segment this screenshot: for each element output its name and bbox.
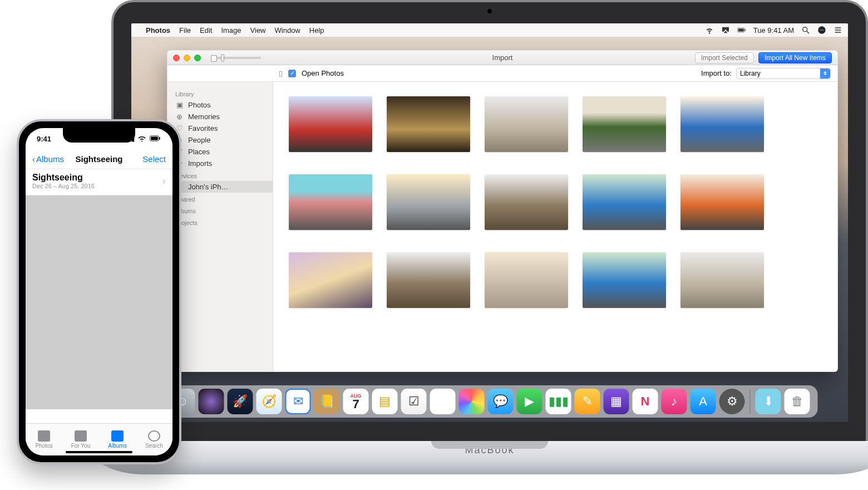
sidebar-header-albums: Albums bbox=[167, 204, 273, 216]
open-photos-checkbox[interactable]: ✓ bbox=[288, 70, 296, 77]
dock-app-appstore[interactable]: А bbox=[691, 389, 716, 414]
dock-app-notes[interactable]: ▤ bbox=[372, 389, 398, 414]
photo-thumb[interactable] bbox=[99, 267, 136, 302]
dock-app-numbers[interactable]: ▮▮▮ bbox=[546, 389, 571, 414]
import-thumbnail[interactable] bbox=[583, 96, 666, 152]
menu-window[interactable]: Window bbox=[275, 26, 300, 35]
menu-file[interactable]: File bbox=[179, 26, 191, 35]
photo-thumb[interactable] bbox=[136, 267, 172, 302]
photo-thumb[interactable] bbox=[26, 374, 62, 409]
airplay-icon[interactable] bbox=[721, 26, 730, 35]
photo-thumb[interactable] bbox=[62, 302, 99, 338]
import-thumbnail[interactable] bbox=[387, 96, 470, 152]
album-header-row[interactable]: Sightseeing Dec 26 – Aug 25, 2016 › bbox=[26, 169, 172, 195]
dock-app-launchpad[interactable]: 🚀 bbox=[228, 389, 253, 414]
import-thumbnail[interactable] bbox=[289, 96, 372, 152]
dock-app-siri[interactable] bbox=[199, 389, 224, 414]
photo-thumb[interactable] bbox=[99, 195, 136, 231]
sidebar-item-label: People bbox=[188, 136, 210, 144]
dock-app-reminders[interactable]: ☑ bbox=[401, 389, 427, 414]
photo-thumb[interactable] bbox=[62, 231, 99, 267]
photo-thumb[interactable] bbox=[62, 338, 99, 374]
import-thumbnail[interactable] bbox=[387, 174, 470, 230]
dock-downloads[interactable]: ⬇ bbox=[756, 389, 781, 414]
dock-app-system-preferences[interactable]: ⚙ bbox=[719, 389, 745, 414]
photo-thumb[interactable] bbox=[136, 231, 172, 267]
import-thumbnail[interactable] bbox=[680, 96, 764, 152]
import-thumbnail[interactable] bbox=[485, 96, 568, 152]
menu-view[interactable]: View bbox=[250, 26, 266, 35]
foryou-tab-icon bbox=[75, 430, 87, 442]
window-close-button[interactable] bbox=[173, 55, 180, 61]
import-thumbnail[interactable] bbox=[289, 252, 372, 308]
tab-search[interactable]: Search bbox=[136, 424, 172, 455]
menu-image[interactable]: Image bbox=[221, 26, 241, 35]
sidebar-item-places[interactable]: 📍Places bbox=[167, 146, 273, 158]
iphone-home-indicator[interactable] bbox=[66, 451, 132, 453]
photo-thumb[interactable] bbox=[62, 374, 99, 409]
sidebar-item-imports[interactable]: ⟳Imports bbox=[167, 158, 273, 169]
mac-bezel: Photos File Edit Image View Window Help … bbox=[111, 0, 868, 445]
notification-center-icon[interactable] bbox=[834, 26, 842, 35]
siri-icon[interactable] bbox=[817, 26, 826, 35]
photo-thumb[interactable] bbox=[26, 267, 62, 302]
battery-icon[interactable] bbox=[737, 26, 746, 35]
window-zoom-button[interactable] bbox=[194, 55, 201, 61]
menu-edit[interactable]: Edit bbox=[200, 26, 212, 35]
import-all-button[interactable]: Import All New Items bbox=[758, 52, 832, 63]
dock-app-calendar[interactable]: AUG7 bbox=[343, 389, 369, 414]
spotlight-icon[interactable] bbox=[801, 26, 810, 35]
photo-thumb[interactable] bbox=[26, 231, 62, 267]
sidebar-item-device-iphone[interactable]: ▯John's iPh… bbox=[167, 181, 273, 193]
photo-thumb[interactable] bbox=[26, 338, 62, 374]
dock-trash[interactable]: 🗑 bbox=[785, 389, 810, 414]
dock-app-photos[interactable] bbox=[459, 389, 485, 414]
nav-select-button[interactable]: Select bbox=[142, 154, 166, 164]
photo-thumb[interactable] bbox=[99, 338, 136, 374]
wifi-icon[interactable] bbox=[705, 26, 714, 35]
photo-thumb[interactable] bbox=[136, 302, 172, 338]
macos-menubar: Photos File Edit Image View Window Help … bbox=[131, 23, 848, 37]
dock-app-itunes[interactable]: ♪ bbox=[662, 389, 687, 414]
import-thumbnail[interactable] bbox=[485, 174, 568, 230]
import-thumbnail[interactable] bbox=[387, 252, 470, 308]
photo-thumb[interactable] bbox=[136, 195, 172, 231]
import-thumbnail[interactable] bbox=[680, 174, 764, 230]
dock-app-facetime[interactable]: ▶ bbox=[517, 389, 542, 414]
dock-app-mail[interactable]: ✉ bbox=[285, 389, 311, 414]
tab-photos[interactable]: Photos bbox=[26, 424, 62, 455]
photo-thumb[interactable] bbox=[99, 231, 136, 267]
photo-thumb[interactable] bbox=[62, 195, 99, 231]
dock-app-keynote[interactable]: ▦ bbox=[604, 389, 629, 414]
photo-thumb[interactable] bbox=[136, 338, 172, 374]
dock-app-safari[interactable]: 🧭 bbox=[257, 389, 282, 414]
photo-thumb[interactable] bbox=[99, 302, 136, 338]
dock-app-pages[interactable]: ✎ bbox=[575, 389, 600, 414]
dock-app-messages[interactable]: 💬 bbox=[488, 389, 514, 414]
import-thumbnail[interactable] bbox=[289, 174, 372, 230]
photo-thumb[interactable] bbox=[62, 267, 99, 302]
sidebar-item-favorites[interactable]: ♡Favorites bbox=[167, 122, 273, 134]
import-thumbnail[interactable] bbox=[583, 252, 666, 308]
photo-thumb[interactable] bbox=[136, 374, 172, 409]
sidebar-item-memories[interactable]: ⊕Memories bbox=[167, 111, 273, 122]
window-minimize-button[interactable] bbox=[184, 55, 190, 61]
sidebar-item-people[interactable]: ☺People bbox=[167, 134, 273, 146]
import-selected-button[interactable]: Import Selected bbox=[695, 52, 754, 63]
photo-thumb[interactable] bbox=[99, 374, 136, 409]
dock-app-contacts[interactable]: 📒 bbox=[314, 389, 340, 414]
import-to-select[interactable]: Library bbox=[736, 68, 831, 79]
dock-app-news[interactable]: N bbox=[633, 389, 658, 414]
import-thumbnail[interactable] bbox=[583, 174, 666, 230]
menu-help[interactable]: Help bbox=[309, 26, 324, 35]
import-thumbnail[interactable] bbox=[680, 252, 764, 308]
thumbnail-size-slider[interactable] bbox=[211, 57, 261, 59]
photo-thumb[interactable] bbox=[26, 302, 62, 338]
menu-app-name[interactable]: Photos bbox=[146, 26, 170, 35]
sidebar-item-photos[interactable]: ▣Photos bbox=[167, 99, 273, 111]
import-thumbnail[interactable] bbox=[485, 252, 568, 308]
nav-back-button[interactable]: ‹Albums bbox=[32, 154, 64, 164]
dock-app-maps[interactable]: 🗺 bbox=[430, 389, 456, 414]
photo-thumb[interactable] bbox=[26, 195, 62, 231]
menubar-clock[interactable]: Tue 9:41 AM bbox=[753, 26, 794, 35]
